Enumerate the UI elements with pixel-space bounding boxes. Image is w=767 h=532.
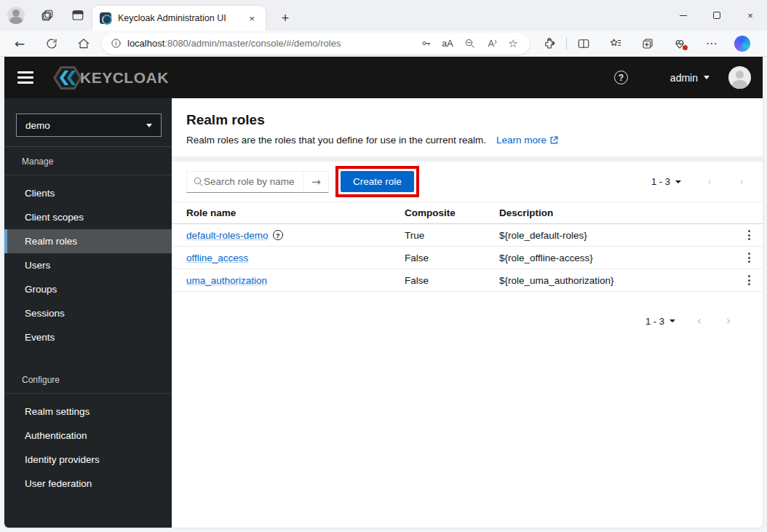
refresh-icon[interactable] — [41, 33, 63, 54]
copilot-icon[interactable] — [734, 36, 750, 52]
user-menu[interactable]: admin — [670, 72, 710, 84]
sidebar-item-realm-settings[interactable]: Realm settings — [4, 400, 172, 424]
keycloak-logo-icon — [52, 64, 83, 92]
role-link-default-roles-demo[interactable]: default-roles-demo — [186, 230, 269, 241]
pagination-bottom: 1 - 3 ‹ › — [172, 314, 763, 327]
roles-toolbar: → Create role 1 - 3 ‹ › — [172, 162, 763, 202]
brand-text: KEYCLOAK — [80, 69, 169, 87]
favorite-star-icon[interactable]: ☆ — [502, 34, 524, 53]
browser-tab[interactable]: Keycloak Administration UI × — [92, 6, 266, 31]
page-header: Realm roles Realm roles are the roles th… — [172, 98, 763, 156]
prev-page-icon[interactable]: ‹ — [693, 314, 706, 327]
learn-more-link[interactable]: Learn more — [496, 135, 559, 146]
keycloak-logo[interactable]: KEYCLOAK — [52, 64, 169, 92]
help-icon[interactable]: ? — [614, 71, 628, 84]
workspaces-icon[interactable] — [35, 4, 60, 26]
sidebar-item-users[interactable]: Users — [4, 253, 172, 277]
tab-close-icon[interactable]: × — [245, 12, 258, 25]
sidebar-item-client-scopes[interactable]: Client scopes — [4, 205, 172, 229]
search-input[interactable] — [204, 176, 299, 187]
nav-section-configure: Configure — [4, 365, 172, 393]
table-row: offline_access False ${role_offline-acce… — [172, 247, 763, 269]
role-help-icon[interactable]: ? — [273, 230, 283, 240]
tab-actions-icon[interactable] — [65, 4, 90, 26]
chevron-down-icon — [704, 76, 710, 79]
translate-icon[interactable]: aA — [437, 34, 458, 53]
sidebar-item-events[interactable]: Events — [4, 325, 172, 349]
site-info-icon[interactable] — [111, 38, 122, 49]
browser-window: Keycloak Administration UI × + × ← local… — [0, 0, 767, 532]
zoom-out-icon[interactable] — [458, 34, 480, 53]
browser-profile-avatar[interactable] — [7, 7, 25, 24]
sidebar-item-clients[interactable]: Clients — [4, 181, 172, 205]
toolbar-icons — [539, 34, 750, 53]
role-link-offline-access[interactable]: offline_access — [186, 253, 248, 263]
composite-value: True — [405, 230, 499, 241]
url-field[interactable]: localhost:8080/admin/master/console/#/de… — [102, 33, 530, 55]
row-kebab-menu-icon[interactable] — [744, 273, 754, 287]
chevron-down-icon — [669, 319, 675, 322]
realm-select[interactable]: demo — [16, 114, 162, 137]
page-description: Realm roles are the roles that you defin… — [186, 135, 486, 146]
keycloak-app: KEYCLOAK ? admin demo Manage — [4, 57, 763, 528]
sidebar-item-authentication[interactable]: Authentication — [4, 424, 172, 448]
row-kebab-menu-icon[interactable] — [744, 228, 754, 242]
read-aloud-icon[interactable] — [480, 34, 502, 53]
app-masthead: KEYCLOAK ? admin — [4, 57, 763, 98]
search-submit-button[interactable]: → — [304, 171, 329, 193]
sidebar-item-identity-providers[interactable]: Identity providers — [4, 448, 172, 472]
pagination-range-menu[interactable]: 1 - 3 — [651, 176, 681, 187]
new-tab-button[interactable]: + — [275, 8, 295, 28]
external-link-icon — [549, 135, 559, 145]
settings-more-icon[interactable] — [701, 34, 723, 53]
sidebar-nav: demo Manage Clients Client scopes Realm … — [4, 98, 172, 528]
main-content: Realm roles Realm roles are the roles th… — [172, 98, 763, 528]
masthead-right: ? admin — [614, 66, 751, 89]
section-gap — [172, 156, 763, 162]
pagination-range-menu[interactable]: 1 - 3 — [645, 316, 675, 327]
col-role-name: Role name — [186, 207, 405, 218]
sidebar-item-user-federation[interactable]: User federation — [4, 472, 172, 496]
pagination-top: 1 - 3 ‹ › — [651, 175, 748, 188]
tab-title: Keycloak Administration UI — [118, 13, 245, 23]
home-icon[interactable] — [73, 33, 95, 54]
minimize-button[interactable] — [667, 2, 700, 28]
composite-value: False — [405, 253, 499, 263]
table-header-row: Role name Composite Description — [172, 202, 763, 224]
browser-essentials-icon[interactable] — [669, 34, 691, 53]
next-page-icon[interactable]: › — [722, 314, 735, 327]
create-role-button[interactable]: Create role — [341, 171, 414, 192]
annotation-highlight-box: Create role — [335, 166, 419, 197]
back-icon[interactable]: ← — [9, 33, 31, 54]
row-kebab-menu-icon[interactable] — [744, 250, 754, 265]
col-composite: Composite — [405, 207, 499, 218]
username: admin — [670, 72, 698, 84]
description-value: ${role_offline-access} — [499, 253, 736, 263]
nav-toggle-icon[interactable] — [17, 70, 36, 86]
description-value: ${role_default-roles} — [499, 230, 736, 241]
sidebar-item-groups[interactable]: Groups — [4, 277, 172, 301]
realm-select-value: demo — [25, 120, 50, 131]
collections-icon[interactable] — [637, 34, 659, 53]
user-avatar[interactable] — [728, 66, 751, 89]
sidebar-item-sessions[interactable]: Sessions — [4, 301, 172, 325]
split-screen-icon[interactable] — [573, 34, 595, 53]
maximize-button[interactable] — [700, 2, 734, 28]
next-page-icon[interactable]: › — [735, 175, 748, 188]
table-row: default-roles-demo ? True ${role_default… — [172, 224, 763, 247]
keycloak-favicon — [100, 12, 111, 24]
url-text: localhost:8080/admin/master/console/#/de… — [127, 38, 415, 49]
description-value: ${role_uma_authorization} — [499, 275, 736, 286]
nav-section-manage: Manage — [4, 147, 172, 175]
sidebar-item-realm-roles[interactable]: Realm roles — [4, 229, 172, 253]
extensions-icon[interactable] — [539, 34, 560, 53]
page-title: Realm roles — [186, 112, 748, 128]
prev-page-icon[interactable]: ‹ — [703, 175, 716, 188]
chevron-down-icon — [675, 180, 681, 183]
close-button[interactable]: × — [734, 2, 767, 28]
favorites-list-icon[interactable] — [605, 34, 627, 53]
toolbar-divider — [566, 37, 567, 50]
password-key-icon[interactable] — [415, 34, 437, 53]
role-link-uma-authorization[interactable]: uma_authorization — [186, 275, 267, 286]
window-controls: × — [667, 0, 767, 31]
